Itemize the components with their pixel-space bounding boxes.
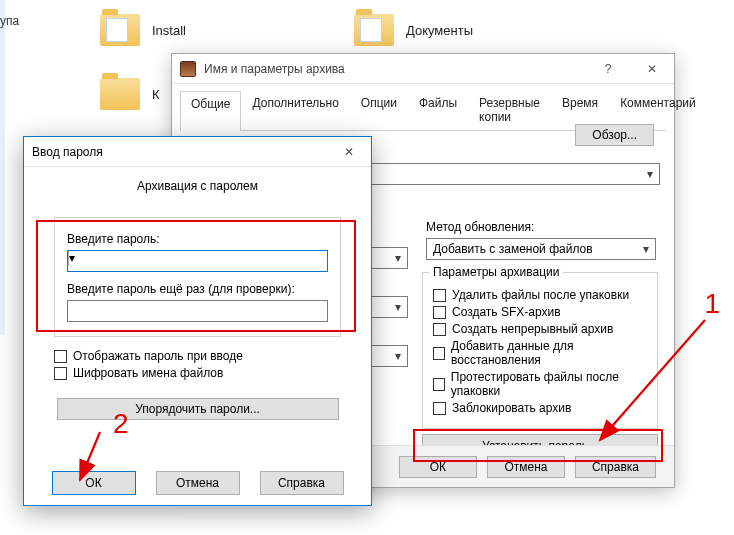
tab-options[interactable]: Опции	[350, 90, 408, 130]
tab-backup[interactable]: Резервные копии	[468, 90, 551, 130]
folder-install[interactable]: Install	[100, 14, 186, 46]
folder-label: Install	[152, 23, 186, 38]
chk-encrypt-names[interactable]: Шифровать имена файлов	[54, 366, 341, 380]
chk-label: Удалить файлы после упаковки	[452, 288, 629, 302]
tab-files[interactable]: Файлы	[408, 90, 468, 130]
chk-lock[interactable]: Заблокировать архив	[433, 401, 647, 415]
nav-panel-edge	[0, 0, 5, 335]
browse-button[interactable]: Обзор...	[575, 124, 654, 146]
folder-label: К	[152, 87, 160, 102]
chk-sfx[interactable]: Создать SFX-архив	[433, 305, 647, 319]
checkbox-icon	[433, 323, 446, 336]
update-method-label: Метод обновления:	[426, 220, 734, 234]
cancel-button[interactable]: Отмена	[156, 471, 240, 495]
close-icon: ✕	[647, 62, 657, 76]
dialog-title: Имя и параметры архива	[204, 62, 586, 76]
chk-label: Отображать пароль при вводе	[73, 349, 243, 363]
chk-label: Шифровать имена файлов	[73, 366, 223, 380]
annotation-number-1: 1	[704, 288, 720, 320]
password-input[interactable]: ▾	[67, 250, 328, 272]
chk-delete-after[interactable]: Удалить файлы после упаковки	[433, 288, 647, 302]
checkbox-icon	[433, 402, 446, 415]
checkbox-icon	[54, 367, 67, 380]
chk-label: Заблокировать архив	[452, 401, 571, 415]
folder-icon	[100, 14, 140, 46]
chk-test[interactable]: Протестировать файлы после упаковки	[433, 370, 647, 398]
help-button[interactable]: Справка	[575, 456, 656, 478]
folder-icon	[100, 78, 140, 110]
close-button[interactable]: ✕	[630, 55, 674, 83]
chevron-down-icon: ▾	[389, 346, 407, 366]
folder-label: Документы	[406, 23, 473, 38]
chevron-down-icon: ▾	[637, 239, 655, 259]
organize-passwords-button[interactable]: Упорядочить пароли...	[57, 398, 339, 420]
ok-button[interactable]: ОК	[399, 456, 477, 478]
cancel-button[interactable]: Отмена	[487, 456, 565, 478]
chk-label: Добавить данные для восстановления	[451, 339, 647, 367]
ok-button[interactable]: ОК	[52, 471, 136, 495]
chk-label: Создать SFX-архив	[452, 305, 561, 319]
checkbox-icon	[433, 306, 446, 319]
winrar-icon	[180, 61, 196, 77]
chk-label: Создать непрерывный архив	[452, 322, 613, 336]
help-button[interactable]: ?	[586, 55, 630, 83]
update-method-value: Добавить с заменой файлов	[433, 242, 593, 256]
close-button[interactable]: ✕	[327, 138, 371, 166]
nav-fragment-text: упа	[0, 14, 19, 28]
password-dialog: Ввод пароля ✕ Архивация с паролем Введит…	[23, 136, 372, 506]
chk-show-password[interactable]: Отображать пароль при вводе	[54, 349, 341, 363]
help-button[interactable]: Справка	[260, 471, 344, 495]
chevron-down-icon: ▾	[68, 251, 327, 265]
title-bar[interactable]: Имя и параметры архива ? ✕	[172, 54, 674, 84]
chevron-down-icon: ▾	[389, 297, 407, 317]
enter-password-label: Введите пароль:	[67, 232, 328, 246]
archive-params-legend: Параметры архивации	[429, 265, 563, 279]
close-icon: ✕	[344, 145, 354, 159]
archive-params-fieldset: Параметры архивации Удалить файлы после …	[422, 272, 658, 429]
tab-general[interactable]: Общие	[180, 91, 241, 131]
folder-k[interactable]: К	[100, 78, 160, 110]
checkbox-icon	[54, 350, 67, 363]
update-method-combo[interactable]: Добавить с заменой файлов ▾	[426, 238, 656, 260]
checkbox-icon	[433, 347, 445, 360]
question-icon: ?	[605, 62, 612, 76]
chk-recovery[interactable]: Добавить данные для восстановления	[433, 339, 647, 367]
dialog-title: Ввод пароля	[32, 145, 327, 159]
dialog-footer: ОК Отмена Справка	[24, 471, 371, 495]
reenter-password-label: Введите пароль ещё раз (для проверки):	[67, 282, 328, 296]
chevron-down-icon: ▾	[389, 248, 407, 268]
checkbox-icon	[433, 378, 445, 391]
folder-icon	[354, 14, 394, 46]
title-bar[interactable]: Ввод пароля ✕	[24, 137, 371, 167]
chevron-down-icon: ▾	[641, 164, 659, 184]
annotation-number-2: 2	[113, 408, 129, 440]
checkbox-icon	[433, 289, 446, 302]
dialog-subtitle: Архивация с паролем	[24, 167, 371, 199]
chk-label: Протестировать файлы после упаковки	[451, 370, 647, 398]
password-confirm-input[interactable]	[67, 300, 328, 322]
tab-advanced[interactable]: Дополнительно	[241, 90, 349, 130]
chk-solid[interactable]: Создать непрерывный архив	[433, 322, 647, 336]
folder-documents[interactable]: Документы	[354, 14, 473, 46]
